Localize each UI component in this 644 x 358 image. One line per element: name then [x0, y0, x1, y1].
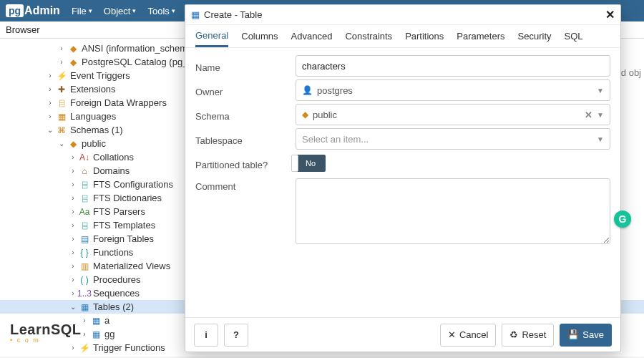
- cancel-button[interactable]: ✕Cancel: [440, 324, 496, 347]
- chevron-down-icon: ▼: [597, 111, 604, 119]
- node-type-icon: A↓: [79, 152, 90, 163]
- reset-button[interactable]: ♻Reset: [502, 324, 554, 347]
- node-type-icon: ✚: [56, 84, 67, 95]
- expand-chevron-icon[interactable]: ›: [69, 289, 77, 297]
- node-label: FTS Dictionaries: [93, 193, 162, 203]
- partitioned-toggle[interactable]: No: [296, 155, 326, 172]
- close-icon[interactable]: ✕: [605, 8, 615, 21]
- table-icon: ▦: [191, 9, 200, 20]
- node-label: public: [82, 138, 106, 149]
- node-label: FTS Configurations: [93, 179, 173, 190]
- expand-chevron-icon[interactable]: ›: [46, 112, 54, 120]
- tab-sql[interactable]: SQL: [565, 26, 583, 46]
- node-label: Languages: [70, 111, 116, 122]
- general-form: Name Owner 👤 postgres ▼ Schema ◆ public …: [185, 48, 620, 317]
- info-icon: i: [205, 329, 208, 340]
- chevron-down-icon: ▾: [172, 7, 175, 14]
- expand-chevron-icon[interactable]: ›: [69, 248, 77, 256]
- close-icon: ✕: [448, 329, 456, 340]
- menu-file[interactable]: File ▾: [72, 6, 92, 16]
- name-label: Name: [195, 59, 296, 73]
- expand-chevron-icon[interactable]: ›: [46, 72, 54, 79]
- main-menu: File ▾ Object ▾ Tools ▾: [72, 6, 175, 16]
- logo-suffix: Admin: [24, 4, 60, 17]
- partitioned-label: Partitioned table?: [195, 157, 296, 170]
- menu-object[interactable]: Object ▾: [104, 6, 137, 16]
- user-icon: 👤: [302, 85, 313, 95]
- grammarly-badge-icon[interactable]: G: [614, 211, 631, 228]
- expand-chevron-icon[interactable]: ›: [69, 180, 77, 188]
- tab-advanced[interactable]: Advanced: [291, 26, 333, 46]
- node-type-icon: ▥: [79, 261, 90, 272]
- name-input[interactable]: [296, 55, 610, 77]
- clear-icon[interactable]: ✕: [585, 110, 592, 120]
- node-type-icon: ⌸: [56, 97, 67, 109]
- dialog-titlebar[interactable]: ▦ Create - Table ✕: [185, 5, 620, 25]
- node-label: Trigger Functions: [93, 342, 165, 353]
- recycle-icon: ♻: [509, 329, 518, 340]
- expand-chevron-icon[interactable]: ›: [69, 276, 77, 284]
- node-type-icon: ⌸: [79, 179, 90, 190]
- expand-chevron-icon[interactable]: ›: [69, 194, 77, 202]
- node-type-icon: ▤: [79, 233, 90, 245]
- node-label: Extensions: [70, 84, 116, 95]
- tab-columns[interactable]: Columns: [241, 26, 278, 46]
- expand-chevron-icon[interactable]: ›: [69, 344, 77, 352]
- node-type-icon: { }: [79, 247, 90, 258]
- expand-chevron-icon[interactable]: ›: [69, 235, 77, 243]
- expand-chevron-icon[interactable]: ⌄: [46, 126, 54, 134]
- node-label: FTS Templates: [93, 220, 155, 231]
- tab-partitions[interactable]: Partitions: [405, 26, 444, 46]
- tab-general[interactable]: General: [195, 26, 228, 47]
- tablespace-label: Tablespace: [195, 132, 296, 146]
- node-label: Collations: [93, 152, 134, 163]
- tablespace-select[interactable]: Select an item... ▼: [296, 128, 610, 150]
- expand-chevron-icon[interactable]: ⌄: [69, 303, 77, 311]
- node-type-icon: ▦: [90, 315, 102, 326]
- save-button[interactable]: 💾Save: [560, 324, 612, 347]
- node-type-icon: ◆: [67, 57, 79, 68]
- expand-chevron-icon[interactable]: ›: [46, 99, 54, 107]
- node-label: Functions: [93, 247, 133, 258]
- node-type-icon: Aa: [79, 206, 90, 218]
- expand-chevron-icon[interactable]: ›: [57, 58, 66, 66]
- logo[interactable]: pgAdmin: [6, 4, 60, 17]
- expand-chevron-icon[interactable]: ›: [69, 221, 77, 229]
- node-type-icon: ⌸: [79, 220, 90, 231]
- node-type-icon: ▦: [79, 301, 90, 313]
- save-icon: 💾: [567, 329, 579, 340]
- chevron-down-icon: ▾: [89, 7, 92, 14]
- expand-chevron-icon[interactable]: ›: [69, 208, 77, 216]
- expand-chevron-icon[interactable]: ›: [46, 85, 54, 93]
- expand-chevron-icon[interactable]: ›: [69, 262, 77, 270]
- node-type-icon: ⌂: [79, 165, 90, 177]
- menu-tools[interactable]: Tools ▾: [147, 6, 175, 16]
- help-button[interactable]: ?: [224, 324, 248, 347]
- expand-chevron-icon[interactable]: ⌄: [57, 140, 66, 147]
- comment-label: Comment: [195, 178, 296, 192]
- node-type-icon: ▦: [56, 111, 67, 122]
- node-label: Foreign Data Wrappers: [70, 97, 167, 108]
- dialog-title: Create - Table: [204, 9, 262, 20]
- expand-chevron-icon[interactable]: ›: [80, 330, 89, 338]
- tab-parameters[interactable]: Parameters: [457, 26, 504, 46]
- tab-security[interactable]: Security: [518, 26, 552, 46]
- node-type-icon: ⚡: [56, 70, 67, 82]
- expand-chevron-icon[interactable]: ›: [57, 44, 66, 52]
- node-label: ANSI (information_schema): [82, 43, 196, 54]
- dialog-footer: i ? ✕Cancel ♻Reset 💾Save: [185, 317, 620, 352]
- comment-textarea[interactable]: [296, 178, 610, 244]
- node-type-icon: ▦: [90, 329, 102, 340]
- expand-chevron-icon[interactable]: ›: [69, 167, 77, 175]
- node-label: Sequences: [93, 288, 140, 299]
- schema-select[interactable]: ◆ public ✕ ▼: [296, 104, 610, 125]
- expand-chevron-icon[interactable]: ›: [69, 153, 77, 161]
- node-type-icon: ◆: [67, 138, 79, 150]
- node-label: a: [104, 315, 109, 326]
- info-button[interactable]: i: [194, 324, 218, 347]
- expand-chevron-icon[interactable]: ›: [80, 316, 89, 324]
- node-label: gg: [104, 329, 114, 339]
- owner-select[interactable]: 👤 postgres ▼: [296, 79, 610, 101]
- question-icon: ?: [233, 329, 239, 340]
- tab-constraints[interactable]: Constraints: [345, 26, 392, 46]
